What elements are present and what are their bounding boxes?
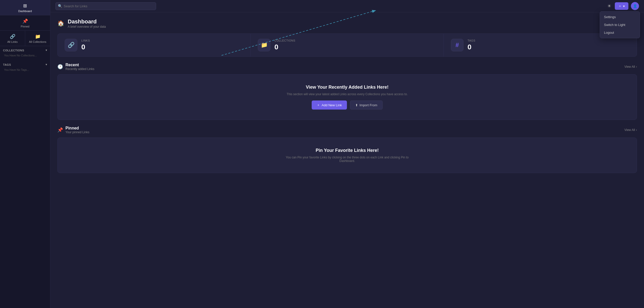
plus-icon: ＋: [618, 4, 622, 8]
search-input[interactable]: [55, 2, 156, 10]
add-new-link-button[interactable]: ＋ Add New Link: [312, 100, 347, 110]
topbar: 🔍 ☀ ＋ ▾ 👤: [50, 0, 644, 12]
stat-links-value: 0: [81, 43, 90, 51]
stats-row: 🔗 Links 0 📁 Collections 0 # Tags 0: [57, 33, 637, 57]
topbar-right: ☀ ＋ ▾ 👤: [606, 2, 639, 10]
search-wrap: 🔍: [55, 2, 156, 10]
sidebar-item-dashboard[interactable]: ⊞ Dashboard: [0, 0, 50, 15]
sidebar-collections-empty: You Have No Collections...: [3, 53, 47, 59]
recent-title: Recent: [65, 63, 94, 67]
pinned-title: Pinned: [65, 126, 89, 130]
plus-icon-btn: ＋: [317, 103, 320, 107]
recent-view-all-label: View All: [624, 65, 635, 69]
stat-collections-value: 0: [274, 43, 295, 51]
pinned-section: 📌 Pinned Your pinned Links View All › Pi…: [57, 126, 637, 173]
page-title: Dashboard: [68, 18, 106, 25]
sidebar-item-all-links-label: All Links: [7, 40, 18, 43]
chevron-down-icon: ▾: [46, 49, 47, 52]
sidebar-item-pinned-label: Pinned: [21, 25, 29, 28]
dropdown-switch-light[interactable]: Switch to Light: [600, 21, 640, 29]
sidebar-item-all-collections-label: All Collections: [29, 40, 46, 43]
recent-view-all-button[interactable]: View All ›: [624, 65, 637, 69]
sidebar-item-all-links[interactable]: 🔗 All Links: [0, 31, 25, 46]
recent-section-header: 🕐 Recent Recently added Links View All ›: [57, 63, 637, 71]
stat-tags-label: Tags: [468, 39, 475, 42]
chevron-right-icon: ›: [636, 65, 637, 69]
recent-empty-actions: ＋ Add New Link ⬆ Import From: [312, 100, 382, 110]
pinned-empty-desc: You can Pin your favorite Links by click…: [284, 156, 410, 163]
sidebar-nav-row2: 🔗 All Links 📁 All Collections: [0, 31, 50, 46]
avatar-button[interactable]: 👤: [631, 2, 639, 10]
recent-section: 🕐 Recent Recently added Links View All ›…: [57, 63, 637, 120]
sidebar: ⊞ Dashboard 📌 Pinned 🔗 All Links 📁 All C…: [0, 0, 50, 308]
all-links-icon: 🔗: [10, 34, 15, 39]
dashboard-page-icon: 🏠: [57, 20, 64, 27]
sidebar-tags-empty: You Have No Tags...: [3, 68, 47, 73]
sidebar-item-pinned[interactable]: 📌 Pinned: [0, 15, 50, 31]
pinned-view-all-button[interactable]: View All ›: [624, 128, 637, 132]
recent-empty-desc: This section will view your latest added…: [287, 92, 408, 96]
dashboard-icon: ⊞: [23, 3, 27, 9]
search-icon: 🔍: [58, 4, 62, 8]
stat-collections-label: Collections: [274, 39, 295, 42]
import-from-label: Import From: [360, 103, 377, 107]
add-new-link-label: Add New Link: [321, 103, 342, 107]
sidebar-collections-section: Collections ▾ You Have No Collections...: [0, 46, 50, 60]
add-btn-label: ▾: [623, 4, 625, 8]
pinned-section-icon: 📌: [57, 127, 63, 133]
page-subtitle: A brief overview of your data: [68, 25, 106, 28]
page-title-block: Dashboard A brief overview of your data: [68, 18, 106, 28]
chevron-down-icon-tags: ▾: [46, 63, 47, 66]
stat-tags-value: 0: [468, 43, 475, 51]
sidebar-tags-header[interactable]: Tags ▾: [3, 63, 47, 66]
main-content: 🔍 ☀ ＋ ▾ 👤 Settings Switch to Light Logou…: [50, 0, 644, 308]
page-content: 🏠 Dashboard A brief overview of your dat…: [50, 12, 644, 308]
stat-collections: 📁 Collections 0: [251, 34, 444, 56]
stat-collections-icon: 📁: [258, 39, 270, 51]
pinned-chevron-right-icon: ›: [636, 128, 637, 132]
pinned-section-header: 📌 Pinned Your pinned Links View All ›: [57, 126, 637, 134]
stat-links: 🔗 Links 0: [58, 34, 251, 56]
import-from-button[interactable]: ⬆ Import From: [350, 100, 383, 110]
sidebar-tags-section: Tags ▾ You Have No Tags...: [0, 60, 50, 75]
recent-empty-title: View Your Recently Added Links Here!: [306, 85, 388, 90]
pinned-empty-card: Pin Your Favorite Links Here! You can Pi…: [57, 138, 637, 173]
pinned-empty-title: Pin Your Favorite Links Here!: [316, 148, 379, 153]
sidebar-top-nav: ⊞ Dashboard 📌 Pinned 🔗 All Links 📁 All C…: [0, 0, 50, 46]
pinned-icon: 📌: [22, 18, 28, 24]
stat-links-label: Links: [81, 39, 90, 42]
recent-empty-card: View Your Recently Added Links Here! Thi…: [57, 74, 637, 120]
stat-tags-icon: #: [451, 39, 463, 51]
dropdown-menu: Settings Switch to Light Logout: [600, 11, 640, 38]
pinned-view-all-label: View All: [624, 128, 635, 132]
sidebar-item-all-collections[interactable]: 📁 All Collections: [25, 31, 50, 46]
add-new-button[interactable]: ＋ ▾: [615, 2, 628, 10]
recent-subtitle: Recently added Links: [65, 67, 94, 71]
stat-links-icon: 🔗: [65, 39, 77, 51]
theme-toggle-button[interactable]: ☀: [606, 2, 612, 10]
dropdown-logout[interactable]: Logout: [600, 29, 640, 37]
page-header: 🏠 Dashboard A brief overview of your dat…: [57, 18, 637, 28]
sidebar-item-dashboard-label: Dashboard: [18, 10, 32, 13]
recent-icon: 🕐: [57, 64, 63, 70]
all-collections-icon: 📁: [35, 34, 41, 39]
sidebar-collections-header[interactable]: Collections ▾: [3, 49, 47, 52]
import-icon: ⬆: [355, 103, 358, 107]
dropdown-settings[interactable]: Settings: [600, 13, 640, 21]
pinned-subtitle: Your pinned Links: [65, 130, 89, 134]
